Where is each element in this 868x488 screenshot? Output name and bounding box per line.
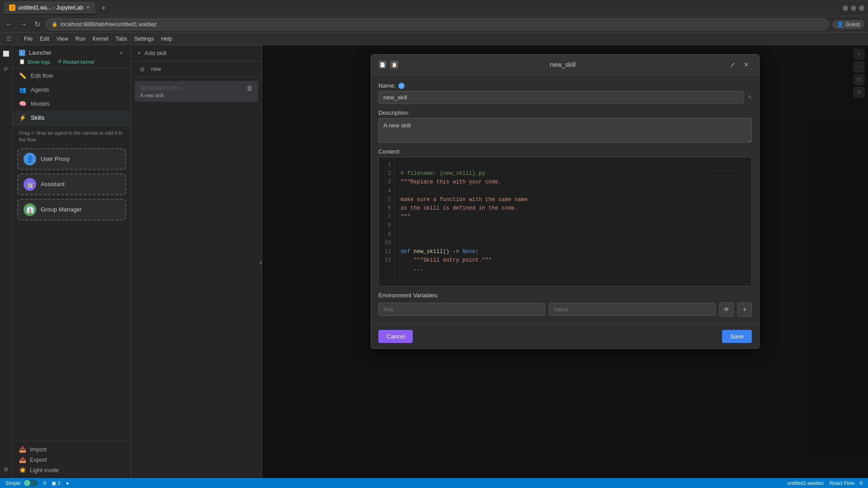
new-tab-button[interactable]: + xyxy=(97,2,110,14)
address-bar[interactable]: 🔒 localhost:8888/lab/tree/untitled1.wald… xyxy=(46,19,829,30)
skills-icon: ⚡ xyxy=(19,114,26,121)
show-logs-label: Show logs xyxy=(27,59,50,65)
models-icon: 🧠 xyxy=(19,100,26,107)
user-proxy-icon: 👤 xyxy=(24,153,36,165)
export-label: Export xyxy=(30,456,47,463)
cancel-button[interactable]: Cancel xyxy=(378,330,413,343)
nav-item-skills[interactable]: ⚡ Skills xyxy=(13,111,131,125)
logs-icon: 📋 xyxy=(19,59,25,65)
skills-label: Skills xyxy=(31,114,44,121)
modal-expand-button[interactable]: ⤢ xyxy=(727,59,738,70)
import-button[interactable]: 📥 Import xyxy=(19,446,124,453)
light-mode-label: Light mode xyxy=(30,467,59,474)
lock-icon: 🔒 xyxy=(52,21,58,27)
active-tab[interactable]: J untitled1.wa... - JupyterLab ✕ xyxy=(4,1,95,15)
add-skill-label: Add skill xyxy=(145,50,166,56)
skills-settings-icon[interactable]: ⚙ xyxy=(137,64,147,74)
agent-card-group-manager[interactable]: 👔 Group Manager xyxy=(17,199,126,221)
skill-description: A new skill xyxy=(140,93,253,98)
reload-button[interactable]: ↻ xyxy=(33,18,42,30)
env-vars-label: Environment Variables: xyxy=(378,292,752,299)
add-skill-button[interactable]: + Add skill xyxy=(137,50,166,56)
address-text: localhost:8888/lab/tree/untitled1.waldie… xyxy=(61,21,157,28)
canvas-area: + − ⊡ ⟲ 📄 📋 new_skill ⤢ ✕ xyxy=(262,45,868,478)
import-label: Import xyxy=(30,446,47,453)
guest-icon: 👤 xyxy=(837,21,844,28)
env-value-input[interactable] xyxy=(549,303,716,316)
content-label: Content: xyxy=(378,148,752,155)
light-mode-button[interactable]: ☀️ Light mode xyxy=(19,467,124,474)
env-vars-row: 👁 + xyxy=(378,302,752,317)
description-textarea[interactable]: A new skill xyxy=(378,118,752,143)
restart-icon: ↺ xyxy=(57,59,61,65)
restart-kernel-button[interactable]: ↺ Restart kernel xyxy=(57,59,94,65)
export-button[interactable]: 📤 Export xyxy=(19,456,124,463)
skill-delete-icon[interactable]: 🗑 xyxy=(246,84,253,92)
menu-view[interactable]: View xyxy=(54,35,71,43)
save-button[interactable]: Save xyxy=(722,330,752,343)
show-logs-button[interactable]: 📋 Show logs xyxy=(19,59,50,65)
skill-list: 10/26/2024 5:33:4... 🗑 A new skill xyxy=(131,77,262,478)
edit-flow-label: Edit flow xyxy=(31,72,53,79)
tab-close-icon[interactable]: ✕ xyxy=(86,5,90,10)
user-proxy-label: User Proxy xyxy=(41,155,70,162)
menu-settings[interactable]: Settings xyxy=(132,35,156,43)
modal-title: new_skill xyxy=(550,61,576,68)
guest-button[interactable]: 👤 Guest xyxy=(832,20,864,29)
activity-icon-ip[interactable]: IP xyxy=(1,64,11,74)
modal-close-button[interactable]: ✕ xyxy=(741,59,752,70)
menu-help[interactable]: Help xyxy=(158,35,175,43)
window-controls xyxy=(843,5,864,11)
activity-icon-bottom[interactable]: ⚙ xyxy=(1,465,11,474)
menu-kernel[interactable]: Kernel xyxy=(90,35,111,43)
launcher-close-icon[interactable]: ✕ xyxy=(118,50,124,56)
skill-name-preview: new xyxy=(151,66,161,72)
menu-edit[interactable]: Edit xyxy=(37,35,52,43)
nav-item-edit-flow[interactable]: ✏️ Edit flow xyxy=(13,69,131,83)
plus-icon: + xyxy=(137,50,141,56)
menu-run[interactable]: Run xyxy=(73,35,88,43)
code-content: # filename: {new_skill}.py """Replace th… xyxy=(395,157,751,286)
launcher-title: Launcher xyxy=(29,50,52,56)
skill-list-item[interactable]: 10/26/2024 5:33:4... 🗑 A new skill xyxy=(135,81,258,102)
code-editor[interactable]: 1 2 3 4 5 6 7 8 9 10 xyxy=(378,157,752,286)
tab-favicon: J xyxy=(9,5,15,11)
activity-bar: ⬜ IP ⚙ xyxy=(0,45,13,478)
agent-card-assistant[interactable]: 🤖 Assistant xyxy=(17,174,126,195)
sidebar-toggle-icon[interactable]: ☰ xyxy=(4,34,14,44)
nav-item-agents[interactable]: 👥 Agents xyxy=(13,83,131,97)
env-vars-section: Environment Variables: 👁 + xyxy=(378,292,752,317)
guest-label: Guest xyxy=(845,21,860,28)
modal-body: Name: i ✎ Description: A new skill xyxy=(371,75,759,324)
skill-edit-modal: 📄 📋 new_skill ⤢ ✕ Name: i xyxy=(371,54,760,349)
env-show-button[interactable]: 👁 xyxy=(719,302,734,317)
name-info-icon[interactable]: i xyxy=(398,83,405,89)
description-label: Description: xyxy=(378,109,752,116)
skill-date: 10/26/2024 5:33:4... xyxy=(140,85,184,91)
export-icon: 📤 xyxy=(19,456,26,463)
tab-title: untitled1.wa... - JupyterLab xyxy=(18,5,83,11)
file-indicator: ............ ......... xyxy=(713,161,746,174)
menu-file[interactable]: File xyxy=(21,35,35,43)
code-lines-container: 1 2 3 4 5 6 7 8 9 10 xyxy=(379,157,751,286)
name-input[interactable] xyxy=(378,91,744,104)
env-add-button[interactable]: + xyxy=(737,302,752,317)
env-key-input[interactable] xyxy=(378,303,545,316)
modal-file-icon: 📄 xyxy=(378,61,387,69)
activity-icon-1[interactable]: ⬜ xyxy=(1,49,11,59)
edit-flow-icon: ✏️ xyxy=(19,72,26,79)
modal-footer: Cancel Save xyxy=(371,324,759,348)
launcher-icon: L xyxy=(19,50,25,56)
light-mode-icon: ☀️ xyxy=(19,467,26,474)
forward-button[interactable]: → xyxy=(18,19,29,30)
assistant-icon: 🤖 xyxy=(24,178,36,191)
content-field-row: Content: 1 2 3 4 5 6 7 xyxy=(378,148,752,286)
description-field-row: Description: A new skill xyxy=(378,109,752,143)
back-button[interactable]: ← xyxy=(4,19,14,30)
menu-tabs[interactable]: Tabs xyxy=(113,35,130,43)
drag-hint: Drag n' drop an agent to the canvas to a… xyxy=(17,130,126,144)
import-icon: 📥 xyxy=(19,446,26,453)
agent-card-user-proxy[interactable]: 👤 User Proxy xyxy=(17,148,126,170)
modal-overlay: 📄 📋 new_skill ⤢ ✕ Name: i xyxy=(262,45,868,478)
nav-item-models[interactable]: 🧠 Models xyxy=(13,97,131,111)
